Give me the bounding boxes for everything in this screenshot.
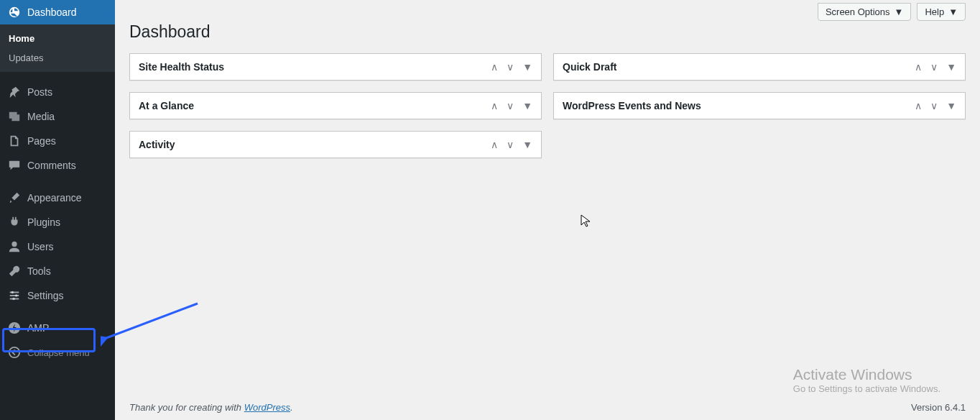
sidebar-submenu: Home Updates [0,24,115,72]
help-button[interactable]: Help ▼ [917,3,966,21]
metabox-activity: Activity ∧ ∨ ▼ [129,131,542,158]
toggle-panel-icon[interactable]: ▼ [522,100,532,111]
metabox-quick-draft: Quick Draft ∧ ∨ ▼ [553,53,966,81]
sidebar-label: Appearance [27,192,82,204]
metabox-title: Quick Draft [563,61,915,73]
move-up-icon[interactable]: ∧ [491,139,498,150]
windows-activation-watermark: Activate Windows Go to Settings to activ… [793,366,940,394]
watermark-title: Activate Windows [793,366,940,383]
sidebar-item-amp[interactable]: AMP [0,316,115,340]
sidebar-subitem-updates[interactable]: Updates [0,48,115,68]
footer-thankyou: Thank you for creating with WordPress. [129,402,293,413]
mouse-cursor-icon [581,214,592,229]
sidebar-item-pages[interactable]: Pages [0,129,115,153]
collapse-icon [7,346,22,359]
sidebar-item-plugins[interactable]: Plugins [0,210,115,234]
metabox-at-a-glance: At a Glance ∧ ∨ ▼ [129,92,542,119]
button-label: Help [925,6,944,17]
move-down-icon[interactable]: ∨ [507,61,514,73]
sidebar-label: Comments [27,160,76,171]
plug-icon [7,216,22,229]
metabox-container: Site Health Status ∧ ∨ ▼ At a Glance ∧ ∨… [115,53,980,158]
move-down-icon[interactable]: ∨ [507,100,514,111]
sidebar-item-settings[interactable]: Settings [0,283,115,308]
sidebar-item-tools[interactable]: Tools [0,259,115,283]
sidebar-item-users[interactable]: Users [0,234,115,259]
watermark-subtitle: Go to Settings to activate Windows. [793,383,940,394]
svg-point-3 [12,298,15,301]
sidebar-label: Media [27,111,55,122]
metabox-events-news: WordPress Events and News ∧ ∨ ▼ [553,92,966,119]
move-down-icon[interactable]: ∨ [930,61,938,73]
metabox-column-2: Quick Draft ∧ ∨ ▼ WordPress Events and N… [553,53,966,158]
sidebar-label: Posts [27,86,52,98]
sidebar-item-dashboard[interactable]: Dashboard [0,0,115,24]
sidebar-label: AMP [27,322,49,334]
collapse-menu-button[interactable]: Collapse menu [0,340,115,365]
amp-icon [7,321,22,334]
metabox-title: Activity [139,139,491,150]
media-icon [7,110,22,123]
sidebar-item-posts[interactable]: Posts [0,80,115,104]
content-area: Screen Options ▼ Help ▼ Dashboard Site H… [115,0,980,420]
screen-options-button[interactable]: Screen Options ▼ [818,3,911,21]
sidebar-label: Plugins [27,216,60,228]
footer-suffix: . [290,402,293,413]
toggle-panel-icon[interactable]: ▼ [946,61,956,73]
caret-down-icon: ▼ [948,6,958,17]
move-down-icon[interactable]: ∨ [507,139,514,150]
sidebar-label: Users [27,241,54,252]
page-title: Dashboard [115,21,980,53]
user-icon [7,240,22,253]
move-up-icon[interactable]: ∧ [491,100,498,111]
toggle-panel-icon[interactable]: ▼ [946,100,956,111]
comments-icon [7,159,22,172]
sidebar-item-comments[interactable]: Comments [0,153,115,178]
sidebar-item-media[interactable]: Media [0,104,115,129]
sidebar-label: Settings [27,290,64,301]
svg-point-5 [9,347,19,357]
move-up-icon[interactable]: ∧ [915,61,922,73]
metabox-site-health: Site Health Status ∧ ∨ ▼ [129,53,542,81]
toggle-panel-icon[interactable]: ▼ [522,139,532,150]
screen-meta-links: Screen Options ▼ Help ▼ [115,0,980,21]
button-label: Screen Options [826,6,890,17]
sidebar-label: Tools [27,265,51,277]
svg-point-2 [15,294,18,297]
move-down-icon[interactable]: ∨ [930,100,938,111]
wrench-icon [7,265,22,278]
brush-icon [7,191,22,204]
admin-sidebar: Dashboard Home Updates Posts Media Pages… [0,0,115,420]
metabox-title: WordPress Events and News [563,100,915,111]
sidebar-item-appearance[interactable]: Appearance [0,186,115,210]
dashboard-icon [7,6,22,19]
sliders-icon [7,289,22,302]
sidebar-label: Dashboard [27,6,77,18]
metabox-title: At a Glance [139,100,491,111]
svg-point-1 [11,291,14,294]
move-up-icon[interactable]: ∧ [915,100,922,111]
svg-point-0 [11,242,17,247]
collapse-label: Collapse menu [27,347,90,358]
move-up-icon[interactable]: ∧ [491,61,498,73]
pin-icon [7,86,22,99]
footer-wordpress-link[interactable]: WordPress [244,402,290,413]
sidebar-label: Pages [27,135,56,147]
footer-prefix: Thank you for creating with [129,402,244,413]
toggle-panel-icon[interactable]: ▼ [522,61,532,73]
metabox-column-1: Site Health Status ∧ ∨ ▼ At a Glance ∧ ∨… [129,53,542,158]
footer-version: Version 6.4.1 [911,402,966,413]
metabox-title: Site Health Status [139,61,491,73]
caret-down-icon: ▼ [895,6,904,17]
sidebar-subitem-home[interactable]: Home [0,29,115,48]
pages-icon [7,134,22,147]
